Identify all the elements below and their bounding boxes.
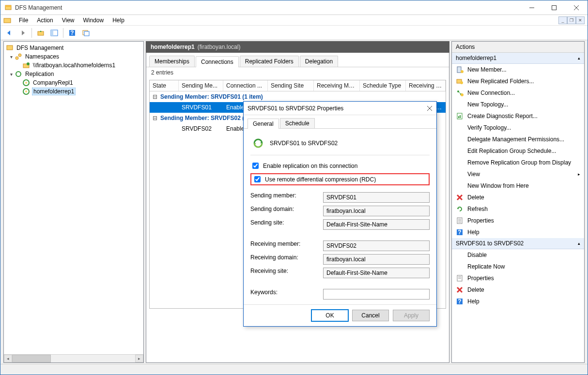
action-verify-topology[interactable]: Verify Topology...	[452, 122, 584, 134]
scroll-left-button[interactable]: ◂	[4, 355, 12, 362]
tree-label: DFS Management	[15, 45, 64, 51]
dialog-tab-general[interactable]: General	[248, 119, 279, 129]
action-delete[interactable]: Delete	[452, 192, 584, 203]
actions-group-label: homefolderrep1	[456, 55, 496, 61]
form-separator	[250, 233, 430, 238]
form-grid: Sending member: Sending domain: Sending …	[250, 192, 430, 300]
action-refresh[interactable]: Refresh	[452, 203, 584, 215]
statusbar	[0, 364, 588, 375]
col-state[interactable]: State	[150, 80, 179, 91]
action-replicate-now[interactable]: Replicate Now	[452, 261, 584, 272]
svg-text:?: ?	[458, 229, 461, 236]
actions-group-header[interactable]: homefolderrep1 ▴	[452, 53, 584, 64]
action-properties[interactable]: Properties	[452, 215, 584, 226]
dfs-icon	[6, 44, 14, 52]
maximize-button[interactable]	[543, 0, 565, 15]
action-properties-2[interactable]: Properties	[452, 272, 584, 284]
action-help-2[interactable]: ? Help	[452, 296, 584, 307]
collapse-icon[interactable]: ▴	[578, 241, 580, 246]
collapse-icon[interactable]: ⊟	[153, 115, 160, 121]
field-keywords[interactable]	[323, 289, 430, 300]
minimize-button[interactable]	[521, 0, 543, 15]
menu-view[interactable]: View	[58, 16, 78, 25]
scroll-right-button[interactable]: ▸	[135, 355, 143, 362]
action-view[interactable]: View ▸	[452, 168, 584, 180]
mdi-minimize-button[interactable]: _	[558, 16, 567, 24]
action-new-replicated-folders[interactable]: New Replicated Folders...	[452, 75, 584, 87]
scroll-thumb[interactable]	[12, 355, 51, 362]
dialog-tab-schedule[interactable]: Schedule	[280, 118, 315, 128]
checkbox-enable-replication[interactable]	[252, 163, 259, 169]
checkbox-rdc[interactable]	[254, 176, 261, 182]
action-new-connection[interactable]: New Connection...	[452, 87, 584, 99]
tab-replicated-folders[interactable]: Replicated Folders	[240, 56, 299, 67]
col-schedule[interactable]: Schedule Type	[360, 80, 406, 91]
action-diagnostic-report[interactable]: Create Diagnostic Report...	[452, 110, 584, 122]
dialog-close-button[interactable]	[427, 105, 433, 111]
col-sending[interactable]: Sending Me...	[179, 80, 223, 91]
scroll-track[interactable]	[12, 355, 135, 362]
dialog-buttons: OK Cancel Apply	[244, 304, 436, 326]
tree-namespaces[interactable]: ▾ Namespaces	[5, 52, 142, 61]
tabstrip: Memberships Connections Replicated Folde…	[146, 53, 449, 67]
col-connection[interactable]: Connection ...	[223, 80, 268, 91]
tab-memberships[interactable]: Memberships	[149, 56, 195, 67]
menu-file[interactable]: File	[15, 16, 32, 25]
action-new-window[interactable]: New Window from Here	[452, 180, 584, 192]
action-disable[interactable]: Disable	[452, 249, 584, 261]
label-sending-site: Sending site:	[250, 219, 318, 230]
actions-group-header-2[interactable]: SRVDFS01 to SRVDFS02 ▴	[452, 238, 584, 249]
collapse-icon[interactable]: ▾	[8, 72, 15, 77]
up-button[interactable]	[35, 27, 46, 39]
mdi-restore-button[interactable]: ❐	[567, 16, 576, 24]
action-delete-2[interactable]: Delete	[452, 284, 584, 296]
help-button[interactable]: ?	[66, 27, 78, 39]
collapse-icon[interactable]: ▾	[8, 54, 15, 60]
collapse-icon[interactable]: ⊟	[153, 93, 160, 100]
mdi-controls: _ ❐ ✕	[558, 16, 585, 24]
app-icon	[4, 4, 12, 12]
close-button[interactable]	[565, 0, 588, 15]
cancel-button[interactable]: Cancel	[352, 310, 389, 321]
field-sending-site	[323, 219, 430, 230]
collapse-icon[interactable]: ▴	[578, 56, 580, 60]
tree-scrollbar[interactable]: ◂ ▸	[4, 354, 143, 362]
action-help[interactable]: ? Help	[452, 226, 584, 238]
mdi-close-button[interactable]: ✕	[576, 16, 585, 24]
menu-window[interactable]: Window	[79, 16, 108, 25]
ok-button[interactable]: OK	[311, 310, 348, 321]
field-receiving-member	[323, 240, 430, 251]
label-receiving-member: Receiving member:	[250, 240, 318, 251]
dialog-title: SRVDFS01 to SRVDFS02 Properties	[248, 105, 427, 112]
action-new-member[interactable]: New Member...	[452, 64, 584, 75]
new-window-button[interactable]	[80, 27, 92, 39]
col-receiving-site[interactable]: Receiving Site	[406, 80, 446, 91]
tree-replication-item-selected[interactable]: homefolderrep1	[5, 87, 142, 96]
action-label: New Member...	[467, 66, 507, 73]
tree-replication-item[interactable]: CompanyRepl1	[5, 78, 142, 87]
group-row[interactable]: ⊟ Sending Member: SRVDFS01 (1 item)	[150, 91, 446, 102]
center-title: homefolderrep1	[151, 44, 195, 50]
checkbox-label: Use remote differential compression (RDC…	[265, 176, 376, 183]
tree-replication[interactable]: ▾ Replication	[5, 70, 142, 78]
enable-replication-checkbox[interactable]: Enable replication on this connection	[250, 160, 430, 171]
dialog-header-text: SRVDFS01 to SRVDFS02	[270, 140, 338, 147]
action-delegate-permissions[interactable]: Delegate Management Permissions...	[452, 134, 584, 145]
action-new-topology[interactable]: New Topology...	[452, 99, 584, 110]
tab-delegation[interactable]: Delegation	[300, 56, 338, 67]
tree-namespace-item[interactable]: \\firatboyan.local\homefolderns1	[5, 61, 142, 70]
rdc-checkbox-highlighted[interactable]: Use remote differential compression (RDC…	[250, 173, 430, 185]
menu-help[interactable]: Help	[108, 16, 128, 25]
tab-connections[interactable]: Connections	[196, 56, 239, 67]
menu-action[interactable]: Action	[33, 16, 57, 25]
action-remove-display[interactable]: Remove Replication Group from Display	[452, 157, 584, 168]
back-button[interactable]	[3, 27, 15, 39]
forward-button[interactable]	[17, 27, 29, 39]
tree-root[interactable]: DFS Management	[5, 44, 142, 52]
connection-icon	[456, 89, 464, 97]
action-edit-schedule[interactable]: Edit Replication Group Schedule...	[452, 145, 584, 157]
svg-text:?: ?	[70, 30, 74, 36]
col-sending-site[interactable]: Sending Site	[268, 80, 314, 91]
show-hide-tree-button[interactable]	[48, 27, 60, 39]
col-receiving[interactable]: Receiving Me...	[314, 80, 360, 91]
